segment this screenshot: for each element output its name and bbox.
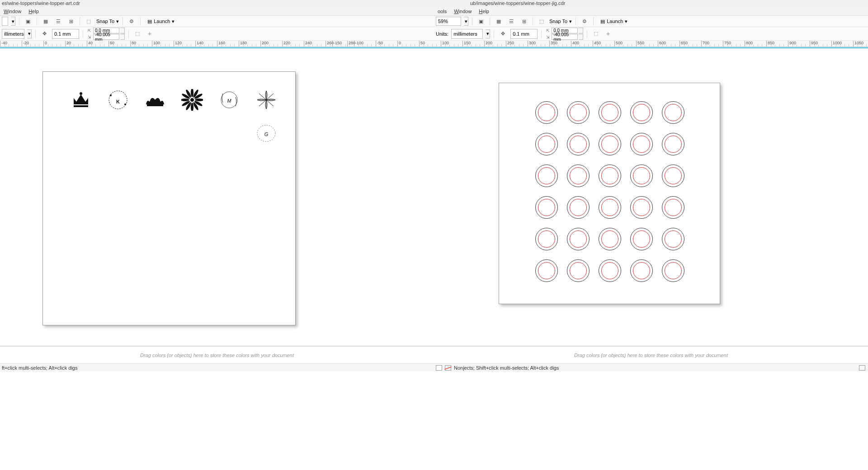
jig-circle[interactable] xyxy=(662,196,684,219)
menu-help-r[interactable]: Help xyxy=(479,9,489,14)
jig-circle[interactable] xyxy=(662,101,684,124)
jig-circle[interactable] xyxy=(535,133,558,155)
zoom-dd-left[interactable]: ▾ xyxy=(11,17,15,26)
jig-circle[interactable] xyxy=(567,196,590,219)
art-poinsettia[interactable] xyxy=(255,89,277,111)
x-icon: ⇱ xyxy=(87,28,92,33)
jig-circle[interactable] xyxy=(630,164,653,187)
menu-left: Window Help xyxy=(0,7,434,15)
jig-circle[interactable] xyxy=(567,101,590,124)
jig-circle[interactable] xyxy=(567,259,590,282)
units-dd-left[interactable]: ▾ xyxy=(27,29,32,38)
jig-circle[interactable] xyxy=(662,133,684,155)
jig-circle[interactable] xyxy=(567,164,590,187)
nudge-value-left[interactable]: 0.1 mm xyxy=(52,29,79,39)
color-swatch-end-icon[interactable] xyxy=(859,365,865,371)
dup-y-left[interactable]: -40.005 mm xyxy=(93,34,119,40)
menu-help[interactable]: Help xyxy=(28,9,39,14)
units-dd-right[interactable]: ▾ xyxy=(486,29,490,38)
jig-circle[interactable] xyxy=(630,259,653,282)
art-monogram-g[interactable]: G xyxy=(255,122,277,144)
title-left: es\wine-toppers\wine-topper-art.cdr xyxy=(0,0,434,7)
jig-circle[interactable] xyxy=(535,101,558,124)
zoom-level-left[interactable] xyxy=(2,17,8,26)
outline-swatch-icon[interactable] xyxy=(445,365,451,371)
jig-circle[interactable] xyxy=(599,228,621,250)
jig-circle[interactable] xyxy=(599,164,621,187)
tray-left[interactable]: Drag colors (or objects) here to store t… xyxy=(0,347,434,363)
add-btn-left[interactable]: ＋ xyxy=(145,29,154,38)
status-text-left: ft+click multi-selects; Alt+click digs xyxy=(2,365,78,371)
art-crown-1[interactable] xyxy=(70,89,92,111)
svg-point-0 xyxy=(80,92,82,95)
fill-swatch-icon[interactable] xyxy=(436,365,442,371)
duplicate-distance-left: ⇱0.0 mm ⇲-40.005 mm xyxy=(87,28,125,40)
art-monogram-k[interactable]: K xyxy=(107,89,129,111)
jig-circle[interactable] xyxy=(567,228,590,250)
launch-button[interactable]: ▤ Launch ▾ xyxy=(144,17,178,26)
menu-window[interactable]: Window xyxy=(4,9,21,14)
jig-circle[interactable] xyxy=(630,196,653,219)
guides-icon-r[interactable]: ☰ xyxy=(506,16,516,26)
guides-icon[interactable]: ☰ xyxy=(53,16,63,26)
jig-circle[interactable] xyxy=(599,133,621,155)
nudge-icon: ✥ xyxy=(39,29,49,39)
jig-circle[interactable] xyxy=(630,101,653,124)
jig-circle[interactable] xyxy=(630,228,653,250)
launch-button-r[interactable]: ▤ Launch ▾ xyxy=(597,17,631,26)
zoom-level-right[interactable]: 59% xyxy=(436,17,461,26)
svg-text:K: K xyxy=(116,99,120,104)
jig-circle[interactable] xyxy=(567,133,590,155)
fullscreen-icon[interactable]: ▣ xyxy=(23,16,33,26)
menu-right: ools Window Help xyxy=(434,7,868,15)
dup-y-right[interactable]: -40.005 mm xyxy=(552,34,578,40)
art-crown-2[interactable] xyxy=(144,89,166,111)
jig-circle[interactable] xyxy=(535,228,558,250)
grid-icon-r[interactable]: ▦ xyxy=(494,16,504,26)
property-bar: illimeters ▾ ✥ 0.1 mm ⇱0.0 mm ⇲-40.005 m… xyxy=(0,27,868,41)
zoom-dd-right[interactable]: ▾ xyxy=(464,17,468,26)
treat-as-filled-icon-r[interactable]: ⬚ xyxy=(591,29,601,39)
units-select-left[interactable]: illimeters xyxy=(2,29,24,39)
options-icon[interactable]: ⚙ xyxy=(127,16,137,26)
jig-circle[interactable] xyxy=(662,228,684,250)
jig-circle[interactable] xyxy=(599,196,621,219)
svg-rect-5 xyxy=(147,104,163,106)
canvas-left[interactable]: K M G xyxy=(0,48,434,346)
status-text-right: Nonjects; Shift+click multi-selects; Alt… xyxy=(454,365,559,371)
align-icon-r[interactable]: ⊞ xyxy=(519,16,529,26)
jig-circle[interactable] xyxy=(535,196,558,219)
snap-to-r[interactable]: Snap To ▾ xyxy=(549,19,572,24)
grid-icon[interactable]: ▦ xyxy=(41,16,51,26)
svg-point-4 xyxy=(124,103,126,105)
art-flower[interactable] xyxy=(181,89,203,111)
canvas-right[interactable] xyxy=(434,48,868,346)
menu-window-r[interactable]: Window xyxy=(454,9,472,14)
status-right: Nonjects; Shift+click multi-selects; Alt… xyxy=(434,364,868,371)
jig-circle[interactable] xyxy=(535,259,558,282)
jig-circle[interactable] xyxy=(662,259,684,282)
art-monogram-m[interactable]: M xyxy=(218,89,240,111)
jig-circle[interactable] xyxy=(535,164,558,187)
tray-right[interactable]: Drag colors (or objects) here to store t… xyxy=(434,347,868,363)
treat-as-filled-icon[interactable]: ⬚ xyxy=(132,29,142,39)
fullscreen-icon-r[interactable]: ▣ xyxy=(476,16,486,26)
add-btn-right[interactable]: ＋ xyxy=(604,29,613,38)
prop-left: illimeters ▾ ✥ 0.1 mm ⇱0.0 mm ⇲-40.005 m… xyxy=(0,27,434,40)
options-icon-r[interactable]: ⚙ xyxy=(580,16,590,26)
jig-circle[interactable] xyxy=(630,133,653,155)
nudge-value-right[interactable]: 0.1 mm xyxy=(510,29,538,39)
svg-point-3 xyxy=(110,94,112,96)
status-bar: ft+click multi-selects; Alt+click digs N… xyxy=(0,363,868,371)
snap-to[interactable]: Snap To ▾ xyxy=(96,19,119,24)
snap-icon[interactable]: ⬚ xyxy=(84,16,94,26)
jig-circle[interactable] xyxy=(599,101,621,124)
color-tray: Drag colors (or objects) here to store t… xyxy=(0,346,868,363)
align-icon[interactable]: ⊞ xyxy=(66,16,76,26)
toolbar-1: ▾ ▣ ▦ ☰ ⊞ ⬚ Snap To ▾ ⚙ ▤ Launch ▾ 59% ▾… xyxy=(0,16,868,27)
snap-icon-r[interactable]: ⬚ xyxy=(537,16,547,26)
units-select-right[interactable]: millimeters xyxy=(451,29,483,39)
jig-circle[interactable] xyxy=(662,164,684,187)
menu-tools[interactable]: ools xyxy=(438,9,447,14)
jig-circle[interactable] xyxy=(599,259,621,282)
